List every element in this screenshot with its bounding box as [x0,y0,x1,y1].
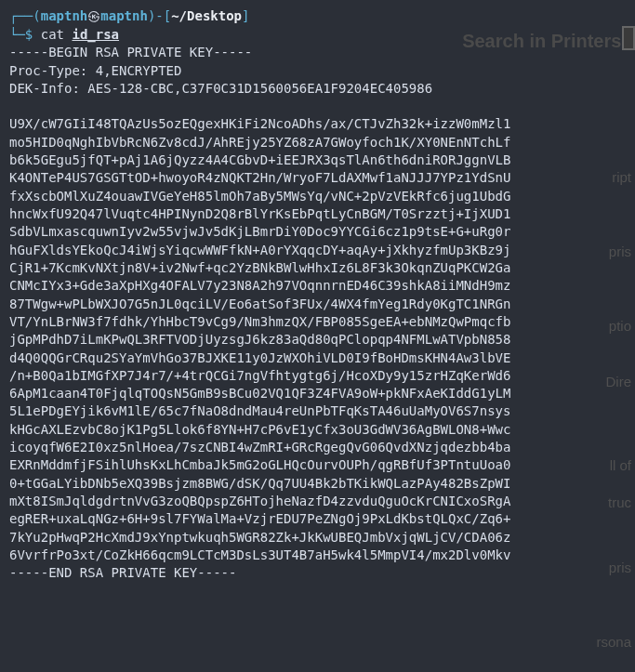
prompt-prefix: ┌──( [9,8,41,23]
prompt-bracket-open: [ [164,8,171,23]
prompt-line-1: ┌──(maptnh㉿maptnh)-[~/Desktop] [9,7,626,26]
command-name: cat [41,27,64,42]
prompt-dollar: $ [25,27,33,42]
prompt-at: ㉿ [87,8,100,23]
prompt-close: )- [148,8,164,23]
prompt-host: maptnh [100,8,148,23]
terminal-output: -----BEGIN RSA PRIVATE KEY----- Proc-Typ… [9,44,626,582]
prompt-path: ~/Desktop [171,8,242,23]
bg-text: rsona [596,632,631,652]
prompt-bracket-close: ] [242,8,249,23]
command-argument: id_rsa [72,27,119,42]
terminal-window[interactable]: ┌──(maptnh㉿maptnh)-[~/Desktop] └─$ cat i… [0,0,635,590]
prompt-line2-prefix: └─ [9,27,25,42]
prompt-line-2: └─$ cat id_rsa [9,26,626,45]
prompt-user: maptnh [41,8,88,23]
